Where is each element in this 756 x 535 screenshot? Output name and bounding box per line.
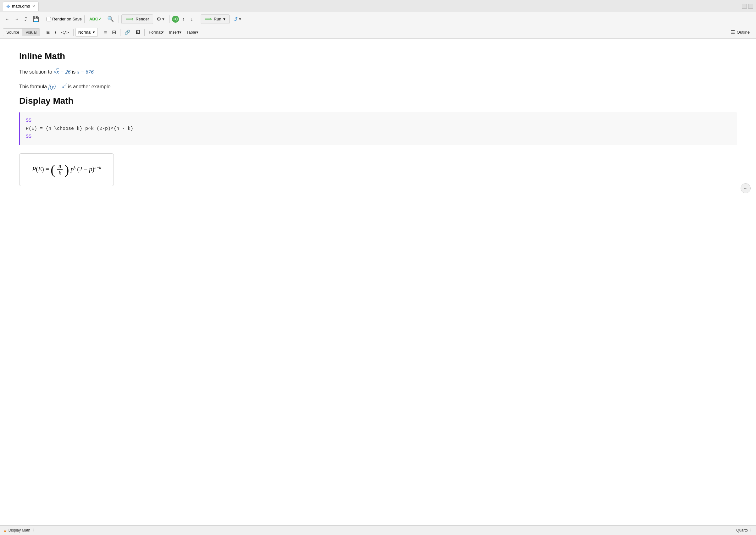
app-window: ✤ math.qmd ✕ ← → ⤴ 💾 Render on Save ABC✓ [0,0,756,535]
content-area: Inline Math The solution to √x = 26 is x… [0,39,756,525]
search-button[interactable]: 🔍 [105,14,116,24]
section-sort-icon: ⇕ [32,528,35,532]
table-label: Table [187,30,196,35]
bullet-list-icon: ≡ [104,30,107,35]
paragraph-style-select[interactable]: Normal ▾ [75,28,98,37]
separator4 [169,15,169,23]
paragraph1-middle: is [72,69,77,74]
scroll-down-button[interactable]: ↓ [189,14,195,24]
separator2 [84,15,85,23]
render-on-save-input[interactable] [46,17,51,21]
add-c-icon: +C [173,17,178,21]
save-button[interactable]: 💾 [31,14,41,24]
paragraph-style-dropdown-icon: ▾ [93,30,95,35]
back-icon: ← [5,17,9,21]
math-inline-1[interactable]: √x = 26 [53,69,71,75]
separator3 [119,15,119,23]
spellcheck-button[interactable]: ABC✓ [87,14,104,24]
code-line1: $$ [26,117,731,125]
outline-button[interactable]: ☰ Outline [727,28,753,37]
insert-label: Insert [169,30,179,35]
format-label: Format [149,30,161,35]
sync-dropdown-icon: ▾ [239,17,241,21]
file-tab[interactable]: ✤ math.qmd ✕ [3,2,39,11]
link-button[interactable]: 🔗 [122,28,133,37]
paragraph2: This formula f(y) = x2 is another exampl… [19,81,737,91]
scroll-up-button[interactable]: ↑ [180,14,187,24]
more-options-button[interactable]: ··· [741,183,751,193]
maximize-button[interactable] [748,4,753,9]
table-menu-button[interactable]: Table ▾ [184,28,201,37]
status-bar: # Display Math ⇕ Quarto ⇕ [0,525,756,535]
render-on-save-checkbox[interactable]: Render on Save [46,17,82,21]
image-button[interactable]: 🖼 [133,28,142,37]
numbered-list-button[interactable]: ⊟ [110,28,118,37]
search-icon: 🔍 [107,16,114,22]
numbered-list-icon: ⊟ [112,29,116,35]
hash-icon: # [4,528,7,533]
math-inline-3[interactable]: f(y) = x2 [48,84,66,90]
title-bar: ✤ math.qmd ✕ [0,0,756,12]
down-arrow-icon: ↓ [190,16,193,22]
source-button[interactable]: Source [3,29,22,36]
outline-label: Outline [737,30,750,35]
up-arrow-icon: ↑ [182,16,185,22]
file-icon: ✤ [6,4,10,9]
jump-icon: ⤴ [24,16,27,22]
math-rendered: P(E) = ( n k ) pk (2 − p)n−k [32,163,101,176]
section-label: Display Math [9,528,30,532]
forward-button[interactable]: → [13,14,21,24]
run-arrow-icon: ⟹ [205,16,212,22]
code-line2: P(E) = {n \choose k} p^k (2-p)^{n - k} [26,125,731,133]
code-line3: $$ [26,133,731,141]
italic-button[interactable]: I [52,28,58,37]
source-visual-toggle: Source Visual [3,28,40,36]
separator5 [198,15,198,23]
image-icon: 🖼 [135,30,140,35]
app-sort-icon: ⇕ [749,528,752,532]
inline-math-heading: Inline Math [19,51,737,61]
gear-icon: ⚙ [157,16,161,22]
link-icon: 🔗 [125,30,131,35]
fmt-sep1 [42,29,42,36]
render-arrow-icon: ⟹ [126,16,134,23]
more-dots-icon: ··· [744,186,747,191]
add-c-button[interactable]: +C [172,16,179,23]
fmt-sep5 [144,29,145,36]
visual-button[interactable]: Visual [22,29,40,36]
render-on-save-label: Render on Save [52,17,82,21]
forward-icon: → [15,17,19,21]
code-block[interactable]: $$ P(E) = {n \choose k} p^k (2-p)^{n - k… [19,112,737,145]
format-toolbar: Source Visual B I </> Normal ▾ ≡ ⊟ 🔗 🖼 F… [0,26,756,39]
save-icon: 💾 [33,16,39,22]
math-inline-2[interactable]: x = 676 [77,69,94,75]
run-label: Run [214,17,221,21]
format-menu-button[interactable]: Format ▾ [147,28,166,37]
sync-icon: ↺ [233,16,238,23]
app-label: Quarto [736,528,748,532]
tab-close-button[interactable]: ✕ [32,4,35,9]
insert-menu-button[interactable]: Insert ▾ [167,28,184,37]
bullet-list-button[interactable]: ≡ [102,28,109,37]
render-settings-button[interactable]: ⚙ ▾ [155,14,167,24]
minimize-button[interactable] [742,4,747,9]
sync-button[interactable]: ↺ ▾ [231,14,244,24]
paragraph1-prefix: The solution to [19,69,53,74]
insert-dropdown-icon: ▾ [179,30,182,35]
back-button[interactable]: ← [3,14,11,24]
run-button[interactable]: ⟹ Run ▾ [201,14,230,24]
bold-button[interactable]: B [44,28,52,37]
window-controls [742,4,753,9]
jump-button[interactable]: ⤴ [22,14,29,24]
render-button[interactable]: ⟹ Render [121,14,153,24]
render-label: Render [135,17,149,21]
math-display-box[interactable]: P(E) = ( n k ) pk (2 − p)n−k [19,154,114,186]
table-dropdown-icon: ▾ [196,30,198,35]
paragraph2-suffix: is another example. [68,84,112,89]
fmt-sep3 [100,29,100,36]
separator1 [44,15,44,23]
outline-list-icon: ☰ [731,29,735,35]
status-right: Quarto ⇕ [736,528,752,532]
format-dropdown-icon: ▾ [161,30,164,35]
code-button[interactable]: </> [59,28,71,37]
